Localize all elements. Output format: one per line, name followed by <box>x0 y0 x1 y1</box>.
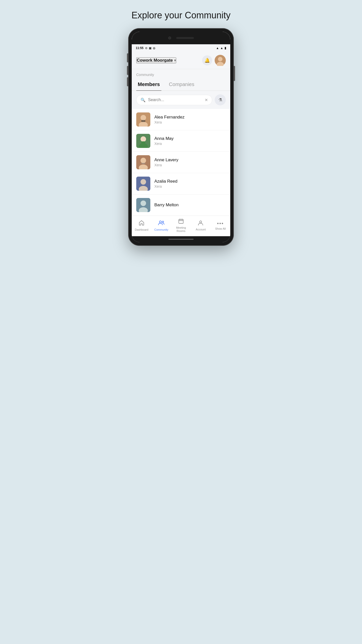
status-icon-3: ◎ <box>153 47 155 50</box>
member-name: Alea Fernandez <box>154 115 185 120</box>
more-icon: ••• <box>217 221 224 226</box>
filter-button[interactable]: ⚗ <box>215 94 226 105</box>
home-icon <box>139 220 145 227</box>
search-icon: 🔍 <box>141 98 146 102</box>
member-info: Barry Melton <box>154 203 178 208</box>
member-item[interactable]: Anna May Xera <box>132 130 230 152</box>
member-info: Azalia Reed Xera <box>154 179 177 188</box>
member-avatar <box>136 177 150 191</box>
nav-account-label: Account <box>196 228 206 231</box>
member-name: Azalia Reed <box>154 179 177 184</box>
member-item[interactable]: Barry Melton <box>132 194 230 216</box>
calendar-icon <box>178 218 184 225</box>
notification-bell-button[interactable]: 🔔 <box>202 55 212 65</box>
nav-show-all[interactable]: ••• Show All <box>211 221 230 230</box>
status-time: 11:55 <box>136 46 144 50</box>
member-name: Barry Melton <box>154 203 178 208</box>
bottom-bezel <box>132 236 230 242</box>
earpiece-speaker <box>176 37 194 39</box>
search-input[interactable] <box>148 98 202 102</box>
svg-point-9 <box>141 136 146 142</box>
chevron-down-icon: ▾ <box>174 59 176 62</box>
person-icon <box>198 220 203 227</box>
member-name: Anna May <box>154 136 174 141</box>
svg-point-22 <box>159 221 161 223</box>
members-list: Alea Fernandez Xera <box>132 109 230 216</box>
battery-icon: ▮ <box>224 46 226 50</box>
search-bar-wrapper: 🔍 ✕ ⚗ <box>132 91 230 109</box>
svg-rect-7 <box>141 120 145 122</box>
page-title: Explore your Community <box>131 10 231 21</box>
phone-screen: 11:55 ⊙ ▣ ◎ ▲ ▲ ▮ Cowork Moorgate ▾ <box>132 32 230 242</box>
phone-frame: 11:55 ⊙ ▣ ◎ ▲ ▲ ▮ Cowork Moorgate ▾ <box>128 28 234 246</box>
front-camera <box>168 36 171 39</box>
workspace-selector[interactable]: Cowork Moorgate ▾ <box>136 57 176 63</box>
app-content: Cowork Moorgate ▾ 🔔 <box>132 52 230 216</box>
nav-dashboard[interactable]: Dashboard <box>132 220 151 231</box>
member-item[interactable]: Azalia Reed Xera <box>132 173 230 194</box>
status-right: ▲ ▲ ▮ <box>216 46 226 50</box>
tab-members[interactable]: Members <box>136 78 161 91</box>
member-avatar <box>136 134 150 148</box>
user-avatar-button[interactable] <box>215 55 226 66</box>
nav-community[interactable]: Community <box>151 220 171 231</box>
member-company: Xera <box>154 163 178 167</box>
svg-point-17 <box>141 179 146 185</box>
member-info: Alea Fernandez Xera <box>154 115 185 124</box>
header-actions: 🔔 <box>202 55 226 66</box>
nav-meeting-rooms[interactable]: MeetingRooms <box>171 218 191 233</box>
member-name: Anne Lavery <box>154 157 178 163</box>
status-icon-1: ⊙ <box>145 47 147 50</box>
top-bezel <box>132 32 230 44</box>
svg-point-5 <box>141 115 146 120</box>
svg-point-23 <box>162 221 164 223</box>
wifi-icon: ▲ <box>216 46 219 50</box>
member-avatar <box>136 155 150 169</box>
tab-companies[interactable]: Companies <box>167 78 196 91</box>
member-avatar <box>136 112 150 127</box>
clear-search-icon[interactable]: ✕ <box>205 98 208 102</box>
nav-dashboard-label: Dashboard <box>135 228 148 231</box>
svg-point-20 <box>141 200 146 206</box>
svg-point-13 <box>141 158 146 163</box>
nav-show-all-label: Show All <box>215 227 226 230</box>
filter-icon: ⚗ <box>218 97 222 103</box>
member-item[interactable]: Alea Fernandez Xera <box>132 109 230 130</box>
tabs-container: Members Companies <box>132 78 230 91</box>
community-icon <box>158 220 165 227</box>
bottom-nav: Dashboard Community <box>132 216 230 236</box>
svg-point-1 <box>218 57 222 61</box>
svg-point-25 <box>200 221 202 223</box>
member-company: Xera <box>154 142 174 146</box>
svg-rect-24 <box>179 219 183 223</box>
nav-account[interactable]: Account <box>191 220 210 231</box>
member-avatar <box>136 198 150 212</box>
app-header: Cowork Moorgate ▾ 🔔 <box>132 52 230 69</box>
section-label: Community <box>132 69 230 78</box>
status-left: 11:55 ⊙ ▣ ◎ <box>136 46 155 50</box>
svg-rect-11 <box>141 141 145 143</box>
member-item[interactable]: Anne Lavery Xera <box>132 152 230 173</box>
member-info: Anna May Xera <box>154 136 174 146</box>
search-bar: 🔍 ✕ <box>136 95 212 105</box>
member-company: Xera <box>154 120 185 124</box>
nav-community-label: Community <box>154 228 168 231</box>
home-indicator <box>168 239 194 240</box>
nav-meeting-rooms-label: MeetingRooms <box>176 226 186 233</box>
member-info: Anne Lavery Xera <box>154 157 178 167</box>
status-bar: 11:55 ⊙ ▣ ◎ ▲ ▲ ▮ <box>132 44 230 52</box>
bell-icon: 🔔 <box>204 58 210 63</box>
status-icon-2: ▣ <box>149 47 151 50</box>
svg-rect-15 <box>141 163 145 164</box>
workspace-name-label: Cowork Moorgate <box>137 58 173 63</box>
member-company: Xera <box>154 184 177 188</box>
signal-icon: ▲ <box>220 46 223 50</box>
